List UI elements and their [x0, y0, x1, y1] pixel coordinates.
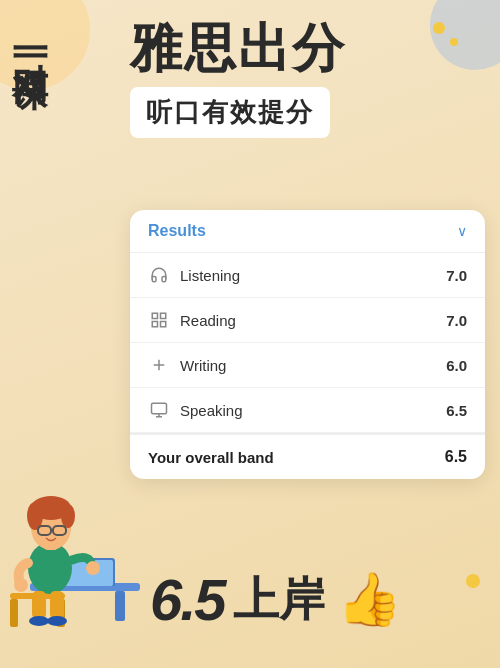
results-header: Results ∨ — [130, 210, 485, 253]
svg-rect-6 — [152, 403, 167, 414]
listening-icon — [148, 264, 170, 286]
thumbs-up-icon: 👍 — [337, 569, 402, 630]
reading-row: Reading 7.0 — [130, 298, 485, 343]
speaking-score: 6.5 — [446, 402, 467, 419]
writing-row: Writing 6.0 — [130, 343, 485, 388]
page-title: 雅思出分 — [130, 20, 490, 77]
speaking-row: Speaking 6.5 — [130, 388, 485, 433]
chevron-down-icon[interactable]: ∨ — [457, 223, 467, 239]
left-vertical-text: 一对一网课 — [10, 30, 50, 50]
speaking-icon — [148, 399, 170, 421]
results-label: Results — [148, 222, 206, 240]
svg-rect-11 — [115, 591, 125, 621]
svg-rect-30 — [50, 591, 64, 619]
subtitle: 听口有效提分 — [146, 97, 314, 127]
svg-point-20 — [86, 561, 100, 575]
bottom-suffix: 上岸 — [233, 569, 325, 631]
writing-score: 6.0 — [446, 357, 467, 374]
svg-rect-0 — [152, 313, 157, 318]
svg-point-19 — [14, 578, 28, 592]
svg-rect-2 — [161, 322, 166, 327]
listening-row: Listening 7.0 — [130, 253, 485, 298]
svg-point-25 — [61, 504, 75, 528]
listening-score: 7.0 — [446, 267, 467, 284]
bottom-cta: 6.5 上岸 👍 — [150, 566, 490, 633]
results-card: Results ∨ Listening 7.0 — [130, 210, 485, 479]
reading-icon — [148, 309, 170, 331]
overall-score: 6.5 — [445, 448, 467, 466]
overall-label: Your overall band — [148, 449, 274, 466]
character-figure — [0, 438, 160, 638]
speaking-label: Speaking — [180, 402, 446, 419]
svg-rect-3 — [152, 322, 157, 327]
svg-rect-13 — [10, 599, 18, 627]
background: 一对一网课 雅思出分 听口有效提分 Results ∨ Listening 7.… — [0, 0, 500, 668]
svg-point-32 — [47, 616, 67, 626]
vertical-label: 一对一网课 — [10, 30, 50, 50]
reading-label: Reading — [180, 312, 446, 329]
writing-label: Writing — [180, 357, 446, 374]
writing-icon — [148, 354, 170, 376]
overall-row: Your overall band 6.5 — [130, 433, 485, 479]
bottom-score: 6.5 — [150, 566, 225, 633]
reading-score: 7.0 — [446, 312, 467, 329]
svg-rect-29 — [32, 591, 46, 619]
svg-point-31 — [29, 616, 49, 626]
subtitle-box: 听口有效提分 — [130, 87, 330, 138]
listening-label: Listening — [180, 267, 446, 284]
header-area: 雅思出分 听口有效提分 — [130, 20, 490, 138]
svg-rect-1 — [161, 313, 166, 318]
